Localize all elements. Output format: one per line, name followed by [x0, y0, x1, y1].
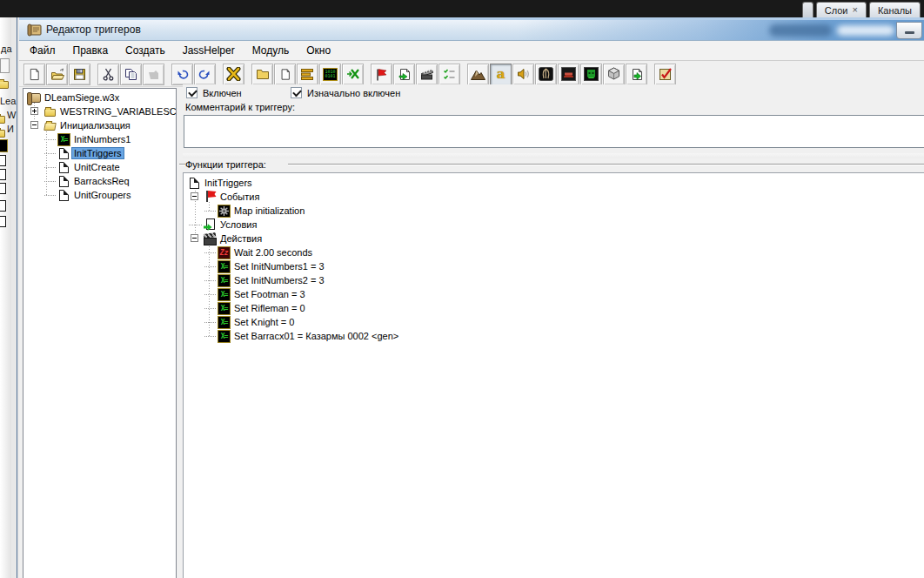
campaign-icon — [561, 67, 576, 81]
trigger-editor-button[interactable]: a — [490, 64, 512, 85]
event-gear-icon — [217, 204, 231, 218]
tree-splitter[interactable] — [177, 88, 183, 578]
panel-tab-fragment[interactable] — [802, 2, 814, 17]
tree-row-trigger[interactable]: UnitCreate — [23, 160, 176, 174]
terrain-mountain-icon — [471, 69, 485, 80]
set-variable-icon: X= — [217, 315, 231, 329]
func-row-action-item[interactable]: X= Set InitNumbers1 = 3 — [184, 259, 924, 273]
horizontal-splitter[interactable] — [183, 153, 924, 158]
wait-icon: Zz — [217, 245, 231, 259]
new-map-button[interactable] — [23, 64, 45, 85]
test-map-button[interactable] — [223, 64, 244, 85]
minimize-button[interactable] — [896, 22, 922, 39]
open-folder-icon — [50, 68, 64, 81]
tree-row-category[interactable]: Инициализация — [23, 118, 176, 132]
new-action-button[interactable] — [416, 64, 438, 85]
func-row-events[interactable]: События — [184, 190, 924, 204]
copy-icon — [124, 68, 137, 81]
func-row-event-item[interactable]: Map initialization — [184, 204, 924, 218]
menu-edit[interactable]: Правка — [64, 42, 117, 59]
cut-button[interactable] — [97, 64, 119, 85]
tab-channels[interactable]: Каналы — [869, 2, 921, 17]
green-x-arrow-icon — [346, 68, 360, 80]
import-manager-button[interactable] — [626, 64, 647, 85]
action-clapper-icon — [203, 232, 218, 245]
terrain-editor-button[interactable] — [467, 64, 489, 85]
func-row-conditions[interactable]: Условия — [184, 218, 924, 232]
menu-bar: Файл Правка Создать JassHelper Модуль Ок… — [19, 41, 924, 61]
tab-layers[interactable]: Слои × — [816, 2, 867, 17]
initially-on-checkbox[interactable] — [291, 87, 302, 98]
set-variable-icon: X= — [217, 301, 231, 315]
trigger-page-icon — [57, 174, 71, 188]
new-trigger-button[interactable] — [274, 64, 296, 85]
tree-row-trigger[interactable]: X= InitNumbers1 — [23, 132, 176, 146]
func-label: Map initialization — [231, 205, 307, 217]
func-row-action-item[interactable]: X= Set Rifleman = 0 — [184, 301, 924, 315]
tree-row-trigger-selected[interactable]: InitTriggers — [23, 146, 176, 160]
func-row-action-item[interactable]: Zz Wait 2.00 seconds — [184, 245, 924, 259]
open-map-button[interactable] — [46, 64, 68, 85]
object-editor-button[interactable] — [535, 64, 557, 85]
paste-button[interactable] — [143, 64, 164, 85]
back-toolbar-fragment — [0, 58, 10, 73]
convert-custom-text-button[interactable]: 10100101 — [319, 64, 341, 85]
menu-jasshelper[interactable]: JassHelper — [174, 42, 244, 59]
new-condition-button[interactable] — [393, 64, 415, 85]
object-manager-button[interactable] — [603, 64, 625, 85]
set-variable-icon: X= — [217, 273, 231, 287]
redo-button[interactable] — [194, 64, 216, 85]
tree-row-map[interactable]: DLeamSiege.w3x — [23, 91, 176, 104]
initially-on-label: Изначально включен — [307, 88, 400, 98]
undo-button[interactable] — [171, 64, 193, 85]
func-row-actions[interactable]: Действия — [184, 232, 924, 245]
expander[interactable] — [27, 118, 43, 132]
ai-editor-button[interactable] — [580, 64, 602, 85]
tree-item-label: DLeamSiege.w3x — [42, 91, 122, 104]
func-row-action-item[interactable]: X= Set Knight = 0 — [184, 315, 924, 329]
tree-row-category[interactable]: WESTRING_VARIABLESCA — [23, 104, 176, 118]
expander[interactable] — [187, 190, 203, 204]
comment-input[interactable] — [184, 115, 924, 148]
new-category-button[interactable] — [251, 64, 273, 85]
func-label: Set Footman = 3 — [231, 288, 308, 300]
condition-page-icon — [398, 68, 411, 81]
tree-row-trigger[interactable]: UnitGroupers — [23, 188, 176, 202]
campaign-editor-button[interactable] — [558, 64, 579, 85]
app-scroll-icon — [27, 24, 42, 40]
menu-window[interactable]: Окно — [298, 42, 339, 59]
minimize-icon — [905, 31, 914, 34]
save-map-button[interactable] — [69, 64, 90, 85]
new-event-button[interactable] — [371, 64, 392, 85]
tree-row-trigger[interactable]: BarracksReq — [23, 174, 176, 188]
sound-editor-button[interactable] — [512, 64, 534, 85]
background-app-bar: Слои × Каналы — [0, 0, 924, 17]
enabled-checkbox[interactable] — [186, 87, 198, 98]
tree-item-label-selected: InitTriggers — [71, 147, 124, 159]
close-icon[interactable]: × — [853, 5, 858, 15]
trigger-page-icon — [0, 169, 6, 180]
func-label: Set Knight = 0 — [231, 316, 297, 328]
etched-rule — [288, 164, 924, 165]
func-label: Действия — [218, 232, 264, 245]
syntax-check-button[interactable] — [342, 64, 364, 85]
folder-open-icon — [43, 118, 57, 132]
tree-item-label: Инициализация — [57, 119, 133, 131]
func-row-action-item[interactable]: X= Set Footman = 3 — [184, 287, 924, 301]
expander[interactable] — [187, 232, 203, 245]
checklist-button[interactable] — [439, 64, 460, 85]
module-check-button[interactable] — [654, 64, 676, 85]
menu-file[interactable]: Файл — [21, 42, 64, 59]
copy-button[interactable] — [120, 64, 142, 85]
menu-module[interactable]: Модуль — [244, 42, 298, 59]
expander[interactable] — [27, 104, 43, 118]
background-window-sliver[interactable]: да Lea W И — [0, 17, 11, 578]
ai-face-icon — [584, 67, 599, 81]
new-trigger-comment-button[interactable] — [297, 64, 318, 85]
menu-create[interactable]: Создать — [117, 42, 174, 59]
title-bar[interactable]: Редактор триггеров — [19, 20, 924, 41]
func-row-action-item[interactable]: X= Set InitNumbers2 = 3 — [184, 273, 924, 287]
event-flag-icon — [375, 68, 388, 81]
func-row-trigger[interactable]: InitTriggers — [184, 176, 924, 190]
func-row-action-item[interactable]: X= Set Barracx01 = Казармы 0002 <gen> — [184, 329, 924, 343]
